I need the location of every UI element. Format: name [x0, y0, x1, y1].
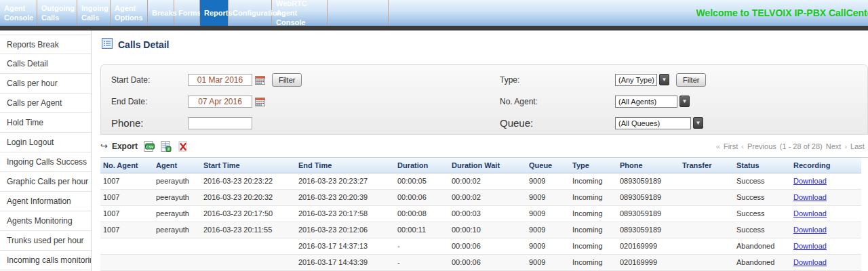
cell-no-agent [100, 238, 153, 254]
calendar-icon[interactable] [255, 75, 265, 85]
type-select[interactable]: (Any Type) ▼ [615, 74, 669, 86]
tab-configuration[interactable]: Configuration [229, 0, 272, 26]
cell-queue: 9009 [526, 254, 570, 270]
no-agent-select[interactable]: (All Agents) ▼ [615, 96, 690, 108]
cell-agent: peerayuth [153, 222, 201, 238]
cell-status: Abandoned [734, 238, 791, 254]
queue-select[interactable]: (All Queues) ▼ [615, 117, 703, 129]
cell-end-time: 2016-03-17 14:43:39 [296, 254, 395, 270]
cell-duration-wait: 00:00:06 [449, 238, 526, 254]
column-header-agent: Agent [153, 158, 201, 173]
tab-label: Agent Console [4, 3, 33, 23]
tab-agent-console[interactable]: Agent Console [0, 0, 37, 26]
cell-end-time: 2016-03-23 20:20:39 [296, 189, 395, 205]
type-select-value: (Any Type) [615, 74, 657, 86]
chevron-down-icon[interactable]: ▼ [659, 74, 669, 85]
cell-status: Success [734, 222, 791, 238]
cell-start-time: 2016-03-23 20:20:32 [201, 189, 296, 205]
filter-button-type[interactable]: Filter [676, 73, 706, 87]
cell-agent: peerayuth [153, 205, 201, 222]
tab-ingoing-calls[interactable]: Ingoing Calls [77, 0, 111, 26]
cell-phone: 020169999 [617, 254, 679, 270]
phone-input[interactable] [188, 117, 252, 129]
pagination-last[interactable]: Last [850, 142, 865, 150]
next-page-icon[interactable]: › [844, 142, 847, 150]
sidebar-item-incoming-calls-monitoring[interactable]: Incoming calls monitoring [0, 251, 91, 270]
sidebar-item-calls-detail[interactable]: Calls Detail [0, 54, 91, 74]
filter-panel: Start Date: Filter End Date: [100, 64, 868, 135]
tab-reports[interactable]: Reports [200, 0, 229, 26]
export-label[interactable]: Export [112, 142, 138, 151]
welcome-banner: Welcome to TELVOIX IP-PBX CallCenter [696, 0, 868, 26]
sidebar-item-agent-information[interactable]: Agent Information [0, 192, 91, 211]
download-link[interactable]: Download [793, 209, 827, 217]
filter-button-dates[interactable]: Filter [272, 73, 302, 87]
cell-type: Incoming [570, 254, 617, 270]
sidebar-item-calls-per-agent[interactable]: Calls per Agent [0, 93, 91, 113]
download-link[interactable]: Download [793, 177, 827, 185]
report-list-icon [102, 38, 113, 51]
pagination: « First ‹ Previous (1 - 28 of 28) Next ›… [716, 135, 868, 157]
cell-transfer [679, 238, 734, 254]
cell-phone: 0893059189 [617, 222, 679, 238]
sidebar-item-login-logout[interactable]: Login Logout [0, 133, 91, 152]
sidebar-item-calls-per-hour[interactable]: Calls per hour [0, 74, 91, 93]
cell-type: Incoming [570, 205, 617, 222]
cell-duration: 00:00:06 [395, 189, 449, 205]
cell-no-agent: 1007 [100, 189, 153, 205]
cell-start-time [201, 238, 296, 254]
sidebar-item-hold-time[interactable]: Hold Time [0, 113, 91, 133]
svg-text:2: 2 [167, 147, 170, 151]
cell-end-time: 2016-03-23 20:17:58 [296, 205, 395, 222]
column-header-status: Status [734, 158, 791, 173]
cell-type: Incoming [570, 189, 617, 205]
column-header-no-agent: No. Agent [100, 158, 153, 173]
sidebar-item-trunks-used-per-hour[interactable]: Trunks used per hour [0, 231, 91, 251]
download-link[interactable]: Download [793, 226, 827, 234]
top-nav: Agent ConsoleOutgoing CallsIngoing Calls… [0, 0, 868, 26]
export-csv-icon[interactable]: CSV [144, 141, 155, 152]
cell-phone: 020169999 [617, 238, 679, 254]
cell-phone: 0893059189 [617, 173, 679, 189]
sidebar-item-graphic-calls-per-hour[interactable]: Graphic Calls per hour [0, 172, 91, 192]
table-row: 2016-03-17 14:43:39-00:00:069009Incoming… [100, 254, 861, 270]
chevron-down-icon[interactable]: ▼ [679, 96, 690, 107]
tab-outgoing-calls[interactable]: Outgoing Calls [37, 0, 77, 26]
export-delete-icon[interactable] [178, 141, 189, 152]
tab-agent-options[interactable]: Agent Options [111, 0, 148, 26]
tab-label: Breaks [152, 8, 177, 18]
cell-recording: Download [791, 254, 861, 270]
download-link[interactable]: Download [793, 193, 827, 201]
sidebar-item-ingoing-calls-success[interactable]: Ingoing Calls Success [0, 152, 91, 172]
cell-duration: - [395, 254, 449, 270]
export-excel-icon[interactable]: 2 [161, 141, 172, 152]
cell-status: Success [734, 189, 791, 205]
cell-queue: 9009 [526, 238, 570, 254]
first-page-icon[interactable]: « [716, 142, 720, 150]
sidebar-item-agents-monitoring[interactable]: Agents Monitoring [0, 211, 91, 231]
no-agent-label: No. Agent: [500, 97, 615, 106]
cell-no-agent: 1007 [100, 222, 153, 238]
cell-end-time: 2016-03-23 20:12:06 [296, 222, 395, 238]
type-label: Type: [500, 75, 615, 85]
chevron-down-icon[interactable]: ▼ [693, 117, 703, 129]
pagination-first[interactable]: First [724, 142, 738, 150]
download-link[interactable]: Download [793, 258, 827, 266]
cell-start-time [201, 254, 296, 270]
tab-breaks[interactable]: Breaks [148, 0, 174, 26]
cell-duration: 00:00:05 [395, 173, 449, 189]
pagination-previous[interactable]: Previous [747, 142, 776, 150]
cell-status: Abandoned [734, 254, 791, 270]
calendar-icon[interactable] [255, 97, 265, 106]
download-link[interactable]: Download [793, 242, 827, 250]
cell-type: Incoming [570, 238, 617, 254]
table-row: 2016-03-17 14:37:13-00:00:069009Incoming… [100, 238, 861, 254]
end-date-input[interactable] [188, 96, 252, 108]
pagination-next[interactable]: Next [826, 142, 842, 150]
tab-webrtc-agent-console[interactable]: WebRTC Agent Console [272, 0, 328, 26]
previous-page-icon[interactable]: ‹ [741, 142, 744, 150]
cell-status: Success [734, 173, 791, 189]
start-date-input[interactable] [188, 74, 252, 86]
tab-forms[interactable]: Forms [174, 0, 200, 26]
sidebar-item-reports-break[interactable]: Reports Break [0, 35, 91, 54]
